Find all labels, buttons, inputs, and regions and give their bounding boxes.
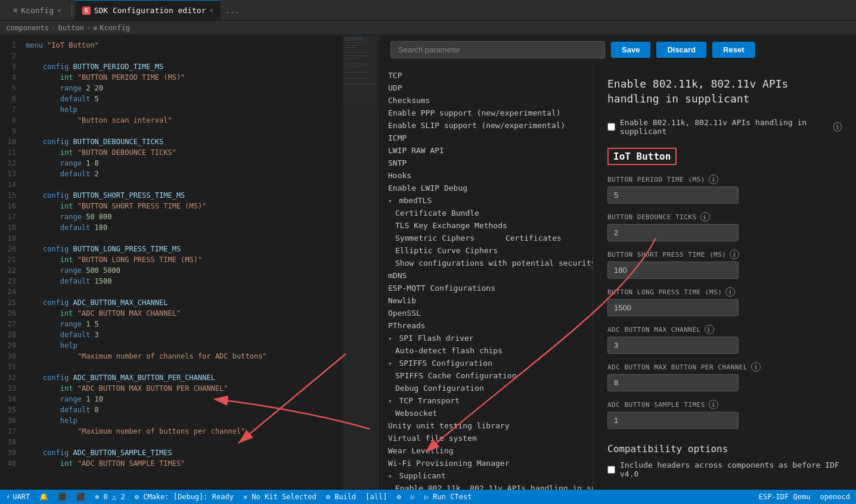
code-line-37: "Maximum number of buttons per channel" [26,426,342,437]
code-line-32: config ADC_BUTTON_MAX_BUTTON_PER_CHANNEL [26,372,342,383]
tree-item-enable-api[interactable]: Enable 802.11k, 802.11v APIs handling in… [379,482,593,490]
tree-item-newlib[interactable]: Newlib [379,294,593,307]
tree-item-lwip-raw[interactable]: LWIP RAW API [379,144,593,157]
breadcrumb-button[interactable]: button [58,24,83,32]
tree-item-checksums[interactable]: Checksums [379,94,593,107]
tab-kconfig[interactable]: ≡ Kconfig ✕ [6,0,69,20]
enable-api-label: Enable 802.11k, 802.11v APIs handling in… [620,118,829,136]
config-title: Enable 802.11k, 802.11v APIs handling in… [607,76,842,106]
tree-item-tcp-transport[interactable]: ▾ TCP Transport [379,394,593,407]
compat-checkbox-row: Include headers across components as bef… [607,461,842,478]
tree-item-unity[interactable]: Unity unit testing library [379,419,593,432]
breadcrumb-components[interactable]: components [6,24,49,32]
tree-item-debug-config[interactable]: Debug Configuration [379,382,494,394]
code-line-27: range 1 5 [26,319,342,329]
tree-item-openssl[interactable]: OpenSSL [379,307,593,319]
tab-sdk-config[interactable]: S SDK Configuration editor ✕ [75,0,221,20]
compat-checkbox[interactable] [607,466,615,474]
code-line-33: int "ADC BUTTON MAX BUTTON PER CHANNEL" [26,383,342,394]
ctest-label: ▷ Run CTest [424,493,472,501]
code-line-29: help [26,340,342,351]
tree-item-cert-bundle[interactable]: Certificate Bundle [379,207,489,219]
tree-item-vfs[interactable]: Virtual file system [379,432,593,444]
field-input-adc-max-btn[interactable] [607,374,739,391]
save-button[interactable]: Save [611,42,650,58]
tree-item-sym-ciphers[interactable]: Symmetric Ciphers [379,232,484,244]
field-input-btn-period[interactable] [607,186,739,204]
tree-item-certs[interactable]: Certificates [489,232,571,244]
discard-button[interactable]: Discard [656,42,706,58]
tab-more-button[interactable]: ... [221,6,244,15]
tree-item-tls-key[interactable]: TLS Key Exchange Methods [379,219,517,232]
svg-rect-8 [345,55,368,56]
tree-item-slip[interactable]: Enable SLIP support (new/experimental) [379,119,593,132]
sdk-tab-close[interactable]: ✕ [210,7,214,14]
tree-item-ppp[interactable]: Enable PPP support (new/experimental) [379,107,593,119]
enable-api-info-icon[interactable]: ℹ [833,122,842,132]
status-bell[interactable]: 🔔 [39,493,48,501]
tree-item-auto-detect[interactable]: Auto-detect flash chips [379,344,512,357]
adc-sample-info-icon[interactable]: ℹ [709,400,718,409]
status-chip[interactable]: ⬛ [58,493,67,501]
tree-item-tcp[interactable]: TCP [379,69,593,82]
tree-item-wifi-prov[interactable]: Wi-Fi Provisioning Manager [379,457,593,469]
code-content[interactable]: menu "IoT Button" config BUTTON_PERIOD_T… [21,35,342,490]
tree-item-spiffs-cache[interactable]: SPIFFS Cache Configuration [379,369,526,382]
field-input-btn-debounce[interactable] [607,224,739,241]
tree-item-mdns[interactable]: mDNS [379,269,593,282]
tree-item-spi-flash[interactable]: ▾ SPI Flash driver [379,332,593,344]
status-gear2[interactable]: ⚙ [396,493,401,501]
btn-short-info-icon[interactable]: ℹ [730,250,739,259]
compat-title: Compatibility options [607,443,842,455]
btn-period-info-icon[interactable]: ℹ [709,175,718,184]
btn-debounce-info-icon[interactable]: ℹ [700,212,710,222]
tree-item-esp-mqtt[interactable]: ESP-MQTT Configurations [379,282,593,294]
status-ctest[interactable]: ▷ Run CTest [424,493,472,501]
field-label-btn-short: BUTTON SHORT PRESS TIME (MS) ℹ [607,250,842,259]
adc-max-btn-info-icon[interactable]: ℹ [751,362,761,372]
breadcrumb-kconfig[interactable]: Kconfig [100,24,130,32]
search-input[interactable] [390,41,605,58]
code-line-28: default 3 [26,329,342,340]
tree-item-supplicant[interactable]: ▾ Supplicant [379,469,593,482]
tree-item-websocket[interactable]: Websocket [379,407,446,419]
adc-max-ch-info-icon[interactable]: ℹ [705,325,714,334]
btn-long-info-icon[interactable]: ℹ [725,287,735,297]
status-errors[interactable]: ⊗ 0 △ 2 [95,493,125,501]
tree-item-sntp[interactable]: SNTP [379,157,593,169]
status-run[interactable]: ▷ [411,493,415,501]
status-build[interactable]: ⚙ Build [326,493,356,501]
tree-item-icmp[interactable]: ICMP [379,132,593,144]
status-uart[interactable]: ⚡ UART [6,493,30,501]
field-input-adc-sample[interactable] [607,412,739,429]
code-editor[interactable]: 12345 678910 1112131415 1617181920 21222… [0,35,379,490]
tree-item-wear[interactable]: Wear Levelling [379,444,593,457]
tree-item-lwip-debug[interactable]: Enable LWIP Debug [379,182,593,194]
field-label-btn-debounce: BUTTON DEBOUNCE TICKS ℹ [607,212,842,222]
status-esp-idf[interactable]: ESP-IDF Qemu [759,493,811,501]
build-label: ⚙ Build [326,493,356,501]
breadcrumb-file-icon: ≡ [93,24,97,32]
field-input-adc-max-ch[interactable] [607,337,739,354]
status-openocd[interactable]: openocd [820,493,850,501]
code-line-30: "Maximum number of channels for ADC butt… [26,351,342,362]
tree-item-spiffs[interactable]: ▾ SPIFFS Configuration [379,357,593,369]
tree-item-hooks[interactable]: Hooks [379,169,593,182]
field-input-btn-long[interactable] [607,299,739,316]
tree-item-elliptic[interactable]: Elliptic Curve Ciphers [379,244,507,257]
kconfig-tab-close[interactable]: ✕ [57,7,61,14]
tree-item-mbedtls[interactable]: ▾ mbedTLS [379,194,593,207]
tree-item-udp[interactable]: UDP [379,82,593,94]
field-input-btn-short[interactable] [607,262,739,279]
section-header: IoT Button [607,148,677,165]
tree-item-pthreads[interactable]: PThreads [379,319,593,332]
status-arrow[interactable]: ⬛ [76,493,85,501]
reset-button[interactable]: Reset [712,42,755,58]
enable-api-checkbox[interactable] [607,123,615,131]
status-nokit[interactable]: ✕ No Kit Selected [243,493,317,501]
breadcrumb: components › button › ≡ Kconfig [0,21,856,35]
status-cmake[interactable]: ⚙ CMake: [Debug]: Ready [135,493,234,501]
tree-item-security-risks[interactable]: Show configurations with potential secur… [379,257,593,269]
openocd-label: openocd [820,493,850,501]
status-all[interactable]: [all] [365,493,387,501]
